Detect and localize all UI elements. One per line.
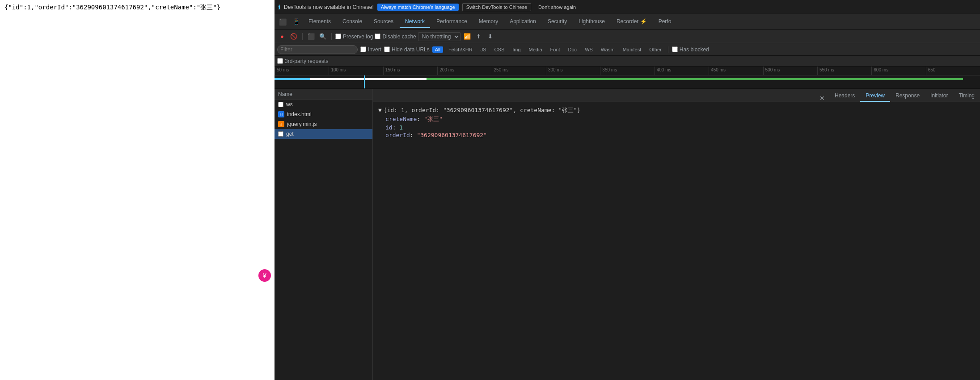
filter-bar: Invert Hide data URLs All Fetch/XHR JS C…	[275, 43, 980, 56]
disable-cache-label[interactable]: Disable cache	[375, 33, 416, 40]
filter-input[interactable]	[277, 45, 358, 54]
upload-icon[interactable]: ⬆	[474, 32, 484, 42]
filter-type-ws[interactable]: WS	[582, 46, 596, 53]
tab-grid-icon[interactable]: ⬛	[276, 16, 289, 28]
filter-type-media[interactable]: Media	[526, 46, 545, 53]
tab-console[interactable]: Console	[337, 16, 368, 28]
preserve-log-label[interactable]: Preserve log	[335, 33, 373, 40]
filter-type-wasm[interactable]: Wasm	[598, 46, 617, 53]
field-colon-1: :	[417, 116, 424, 122]
third-party-label[interactable]: 3rd-party requests	[277, 58, 328, 64]
tab-lighthouse[interactable]: Lighthouse	[573, 16, 610, 28]
tab-perfo[interactable]: Perfo	[653, 16, 677, 28]
record-btn[interactable]: ●	[277, 32, 287, 42]
clear-btn[interactable]: 🚫	[289, 32, 299, 42]
preview-field-orderid: orderId : "362909601374617692"	[378, 131, 975, 139]
ws-checkbox[interactable]	[278, 102, 283, 107]
toolbar-sep-1	[302, 33, 303, 40]
detail-panel: ✕ Headers Preview Response Initiator Tim…	[373, 89, 980, 380]
tab-memory[interactable]: Memory	[473, 16, 503, 28]
always-match-btn[interactable]: Always match Chrome's language	[377, 4, 459, 11]
indent-2	[378, 124, 385, 131]
mark-550: 550 ms	[817, 67, 871, 75]
file-item-jquery[interactable]: J jquery.min.js	[275, 119, 372, 129]
timeline[interactable]: 50 ms 100 ms 150 ms 200 ms 250 ms 300 ms…	[275, 67, 980, 89]
jquery-icon: J	[278, 121, 284, 127]
tab-sources[interactable]: Sources	[368, 16, 399, 28]
switch-devtools-btn[interactable]: Switch DevTools to Chinese	[462, 3, 531, 11]
tab-device-icon[interactable]: 📱	[290, 16, 302, 28]
filter-type-img[interactable]: Img	[510, 46, 523, 53]
disable-cache-text: Disable cache	[382, 33, 416, 40]
index-name: index.html	[287, 111, 312, 117]
detail-tab-preview[interactable]: Preview	[860, 90, 890, 102]
third-party-text: 3rd-party requests	[285, 58, 328, 64]
expand-triangle[interactable]: ▼	[378, 107, 382, 113]
detail-tab-timing[interactable]: Timing	[953, 90, 980, 102]
preview-root-open: {id: 1, orderId: "362909601374617692", c…	[384, 106, 581, 114]
dont-show-again-btn[interactable]: Don't show again	[535, 4, 579, 11]
mark-400: 400 ms	[655, 67, 709, 75]
tab-performance[interactable]: Performance	[431, 16, 473, 28]
info-icon: ℹ	[278, 4, 280, 11]
third-party-checkbox[interactable]	[277, 58, 283, 64]
download-icon[interactable]: ⬇	[486, 32, 495, 42]
preserve-log-checkbox[interactable]	[335, 33, 341, 39]
detail-tabs: ✕ Headers Preview Response Initiator Tim…	[373, 89, 980, 102]
filter-type-font[interactable]: Font	[548, 46, 563, 53]
filter-type-css[interactable]: CSS	[492, 46, 507, 53]
filter-btn[interactable]: ⬛	[306, 32, 316, 42]
field-key-cretename: creteName	[385, 116, 417, 122]
detail-tab-response[interactable]: Response	[890, 90, 925, 102]
online-icon[interactable]: 📶	[462, 32, 472, 42]
invert-label[interactable]: Invert	[360, 46, 381, 53]
filter-type-js[interactable]: JS	[478, 46, 489, 53]
field-key-id: id	[385, 124, 393, 131]
file-item-get[interactable]: get	[275, 129, 372, 139]
preview-root-line[interactable]: ▼ {id: 1, orderId: "362909601374617692",…	[378, 106, 975, 115]
ws-name: ws	[286, 101, 293, 108]
tab-elements[interactable]: Elements	[303, 16, 336, 28]
detail-tab-headers[interactable]: Headers	[829, 90, 860, 102]
tab-application[interactable]: Application	[504, 16, 541, 28]
timeline-bar-green	[427, 78, 963, 80]
timeline-ruler: 50 ms 100 ms 150 ms 200 ms 250 ms 300 ms…	[275, 67, 980, 75]
has-blocked-checkbox[interactable]	[672, 46, 678, 52]
detail-close-btn[interactable]: ✕	[818, 95, 827, 102]
filter-type-xhr[interactable]: Fetch/XHR	[446, 46, 475, 53]
jquery-name: jquery.min.js	[287, 121, 317, 127]
search-btn[interactable]: 🔍	[318, 32, 328, 42]
has-blocked-label[interactable]: Has blocked	[672, 46, 709, 53]
page-content: {"id":1,"orderId":"362909601374617692","…	[0, 0, 275, 380]
filter-type-all[interactable]: All	[432, 46, 443, 53]
get-name: get	[286, 131, 294, 137]
tab-security[interactable]: Security	[542, 16, 572, 28]
file-item-index[interactable]: H index.html	[275, 109, 372, 119]
get-checkbox[interactable]	[278, 131, 283, 137]
index-icon: H	[278, 111, 284, 117]
toolbar-sep-2	[331, 33, 332, 40]
preview-object: ▼ {id: 1, orderId: "362909601374617692",…	[378, 106, 975, 139]
infobar-message: DevTools is now available in Chinese!	[284, 4, 374, 10]
mark-250: 250 ms	[492, 67, 546, 75]
filter-type-manifest[interactable]: Manifest	[620, 46, 644, 53]
filter-type-doc[interactable]: Doc	[566, 46, 580, 53]
timeline-bars	[275, 75, 980, 89]
hide-data-urls-label[interactable]: Hide data URLs	[384, 46, 430, 53]
detail-tab-initiator[interactable]: Initiator	[925, 90, 953, 102]
tab-network[interactable]: Network	[400, 16, 430, 28]
filter-type-other[interactable]: Other	[646, 46, 664, 53]
page-icon: ¥	[258, 269, 271, 282]
invert-text: Invert	[368, 46, 381, 53]
field-value-orderid: "362909601374617692"	[417, 132, 487, 138]
tab-recorder[interactable]: Recorder ⚡	[611, 16, 652, 28]
mark-200: 200 ms	[437, 67, 491, 75]
disable-cache-checkbox[interactable]	[375, 33, 380, 39]
main-area: Name ws H index.html J jquery.min.js get	[275, 89, 980, 380]
hide-data-urls-checkbox[interactable]	[384, 46, 390, 52]
preview-field-cretename: creteName : "张三"	[378, 115, 975, 124]
field-key-orderid: orderId	[385, 132, 410, 138]
file-item-ws[interactable]: ws	[275, 100, 372, 109]
invert-checkbox[interactable]	[360, 46, 366, 52]
throttle-select[interactable]: No throttling	[418, 32, 460, 41]
